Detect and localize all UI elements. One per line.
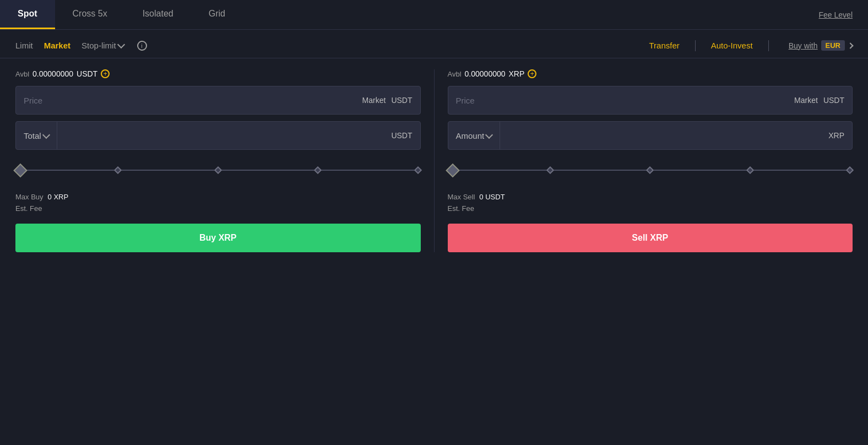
- buy-slider-dot-100[interactable]: [414, 166, 421, 174]
- sell-slider-thumb[interactable]: [446, 164, 459, 177]
- transfer-button[interactable]: Transfer: [649, 41, 679, 50]
- buy-total-field: Total USDT: [15, 121, 421, 150]
- buy-est-fee-item: Est. Fee: [15, 204, 421, 213]
- chevron-down-icon: [117, 41, 124, 48]
- buy-avbl-value: 0.00000000: [32, 69, 73, 78]
- sell-slider-dot-75[interactable]: [746, 166, 754, 174]
- tab-grid[interactable]: Grid: [191, 0, 243, 29]
- tab-isolated-label: Isolated: [143, 9, 173, 19]
- buy-total-currency: USDT: [391, 131, 420, 140]
- sell-max-sell-label: Max Sell: [448, 193, 475, 201]
- tab-bar: Spot Cross 5x Isolated Grid Fee Level: [0, 0, 868, 30]
- chevron-right-icon: [847, 42, 853, 48]
- info-icon[interactable]: i: [137, 41, 147, 51]
- sell-amount-chevron-icon: [485, 131, 493, 138]
- sell-avbl-value: 0.00000000: [465, 69, 506, 78]
- sell-add-icon[interactable]: +: [528, 69, 536, 78]
- sell-price-suffix: Market USDT: [794, 96, 844, 105]
- tab-spot-label: Spot: [18, 9, 37, 19]
- buy-slider-dot-50[interactable]: [214, 166, 222, 174]
- sell-max-sell-item: Max Sell 0 USDT: [448, 193, 853, 201]
- buy-with-currency: EUR: [821, 40, 845, 51]
- sell-slider-track: [448, 170, 853, 171]
- buy-avbl-label: Avbl: [15, 70, 29, 78]
- limit-button[interactable]: Limit: [15, 40, 33, 51]
- sell-avbl-currency: XRP: [509, 69, 525, 78]
- sell-amount-currency: XRP: [828, 131, 852, 140]
- sell-slider-dot-25[interactable]: [546, 166, 554, 174]
- buy-price-field[interactable]: Market USDT: [15, 86, 421, 115]
- stop-limit-label: Stop-limit: [82, 41, 116, 50]
- sell-panel: Avbl 0.00000000 XRP + Market USDT Amount…: [437, 69, 853, 252]
- buy-with-group[interactable]: Buy with EUR: [789, 40, 853, 51]
- sell-est-fee-label: Est. Fee: [448, 204, 474, 213]
- buy-total-input[interactable]: [57, 131, 392, 140]
- fee-level-label: Fee Level: [819, 10, 853, 19]
- auto-invest-button[interactable]: Auto-Invest: [711, 41, 753, 50]
- buy-total-chevron-icon: [42, 131, 50, 138]
- buy-with-label: Buy with: [789, 41, 818, 50]
- buy-price-suffix: Market USDT: [362, 96, 413, 105]
- tab-spacer: [243, 0, 804, 29]
- sell-price-field[interactable]: Market USDT: [448, 86, 853, 115]
- buy-est-fee-label: Est. Fee: [15, 204, 42, 213]
- order-type-row: Limit Market Stop-limit i Transfer Auto-…: [0, 30, 868, 58]
- buy-xrp-button[interactable]: Buy XRP: [15, 224, 421, 252]
- buy-slider-track: [15, 170, 421, 171]
- toolbar-divider2: [768, 40, 769, 51]
- sell-amount-label: Amount: [456, 131, 485, 140]
- toolbar-divider: [695, 40, 696, 51]
- buy-price-input[interactable]: [24, 96, 362, 105]
- sell-amount-label-group[interactable]: Amount: [448, 122, 501, 149]
- buy-max-buy-item: Max Buy 0 XRP: [15, 193, 421, 201]
- tab-spot[interactable]: Spot: [0, 0, 55, 29]
- fee-level-link[interactable]: Fee Level: [804, 0, 868, 29]
- buy-slider-dots: [15, 167, 421, 173]
- sell-slider-dot-50[interactable]: [646, 166, 654, 174]
- market-button[interactable]: Market: [44, 40, 70, 51]
- sell-slider-dot-100[interactable]: [846, 166, 854, 174]
- tab-grid-label: Grid: [209, 9, 225, 19]
- sell-stats-row: Max Sell 0 USDT Est. Fee: [448, 193, 853, 213]
- sell-price-market-label: Market: [794, 96, 818, 105]
- sell-price-input[interactable]: [456, 96, 795, 105]
- buy-avbl-row: Avbl 0.00000000 USDT +: [15, 69, 421, 78]
- main-content: Avbl 0.00000000 USDT + Market USDT Total…: [0, 58, 868, 263]
- buy-max-buy-label: Max Buy: [15, 193, 44, 201]
- sell-est-fee-item: Est. Fee: [448, 204, 853, 213]
- stop-limit-group[interactable]: Stop-limit: [82, 41, 124, 50]
- sell-avbl-row: Avbl 0.00000000 XRP +: [448, 69, 853, 78]
- buy-total-label: Total: [24, 131, 41, 140]
- buy-total-label-group[interactable]: Total: [16, 122, 57, 149]
- buy-slider-dot-75[interactable]: [314, 166, 322, 174]
- buy-max-buy-value: 0 XRP: [48, 193, 69, 201]
- buy-panel: Avbl 0.00000000 USDT + Market USDT Total…: [15, 69, 432, 252]
- sell-max-sell-value: 0 USDT: [479, 193, 504, 201]
- sell-amount-field: Amount XRP: [448, 121, 853, 150]
- sell-amount-input[interactable]: [500, 131, 828, 140]
- tab-cross5x-label: Cross 5x: [73, 9, 107, 19]
- sell-avbl-label: Avbl: [448, 70, 462, 78]
- buy-stats-row: Max Buy 0 XRP Est. Fee: [15, 193, 421, 213]
- buy-slider-dot-25[interactable]: [114, 166, 122, 174]
- buy-add-icon[interactable]: +: [101, 69, 110, 78]
- buy-price-market-label: Market: [362, 96, 386, 105]
- panel-divider: [434, 69, 435, 252]
- sell-slider-dots: [448, 167, 853, 173]
- buy-price-currency-label: USDT: [391, 96, 412, 105]
- buy-avbl-currency: USDT: [77, 69, 97, 78]
- tab-isolated[interactable]: Isolated: [125, 0, 191, 29]
- sell-slider-container[interactable]: [448, 156, 853, 184]
- buy-slider-container[interactable]: [15, 156, 421, 184]
- sell-xrp-button[interactable]: Sell XRP: [448, 224, 853, 252]
- sell-price-currency-label: USDT: [823, 96, 844, 105]
- buy-slider-thumb[interactable]: [13, 164, 27, 177]
- tab-cross5x[interactable]: Cross 5x: [55, 0, 125, 29]
